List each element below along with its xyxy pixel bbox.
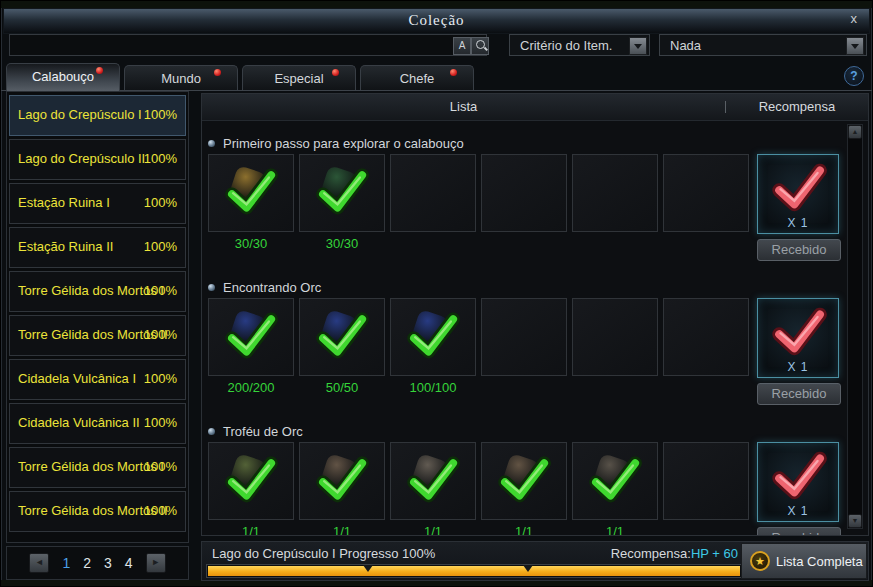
scroll-down-icon[interactable]: ▼ bbox=[848, 514, 862, 528]
collection-slot-filled[interactable] bbox=[299, 298, 385, 376]
sidebar-item[interactable]: Lago do Crepúsculo I100% bbox=[9, 95, 186, 136]
reward-cell: X 1Recebido bbox=[757, 154, 841, 261]
dungeon-name: Lago do Crepúsculo I bbox=[18, 107, 142, 122]
green-check-icon bbox=[314, 164, 370, 224]
reward-cell: X 1Recebido bbox=[757, 298, 841, 405]
sidebar-item[interactable]: Lago do Crepúsculo II100% bbox=[9, 139, 186, 180]
complete-list-button[interactable]: ★ Lista Completa bbox=[741, 543, 867, 579]
slot-cell: 50/50 bbox=[299, 298, 385, 398]
collection-slot-filled[interactable] bbox=[208, 154, 294, 232]
page-number[interactable]: 2 bbox=[83, 555, 91, 571]
slot-count bbox=[481, 236, 567, 254]
reward-column-header: Recompensa bbox=[726, 94, 868, 120]
dungeon-progress-pct: 100% bbox=[144, 195, 177, 210]
search-input[interactable] bbox=[9, 34, 487, 56]
section-title-text: Primeiro passo para explorar o calabouço bbox=[223, 136, 464, 151]
collection-section: Troféu de Orc1/11/11/11/11/1X 1Recebido bbox=[208, 422, 846, 535]
slot-count bbox=[663, 380, 749, 398]
collection-slot-filled[interactable] bbox=[208, 298, 294, 376]
sidebar-item[interactable]: Torre Gélida dos Mortos II100% bbox=[9, 315, 186, 356]
tab-especial[interactable]: Especial bbox=[242, 65, 356, 90]
collection-slot-filled[interactable] bbox=[299, 442, 385, 520]
section-title: Troféu de Orc bbox=[208, 422, 846, 440]
received-button[interactable]: Recebido bbox=[757, 527, 841, 535]
search-button[interactable] bbox=[471, 37, 489, 55]
slot-cell bbox=[481, 154, 567, 254]
dungeon-progress-pct: 100% bbox=[144, 283, 177, 298]
collection-slot-filled[interactable] bbox=[390, 442, 476, 520]
dungeon-list: Lago do Crepúsculo I100%Lago do Crepúscu… bbox=[6, 91, 189, 543]
match-case-button[interactable]: A bbox=[453, 37, 471, 55]
tab-chefe[interactable]: Chefe bbox=[360, 65, 474, 90]
collection-slot-filled[interactable] bbox=[390, 298, 476, 376]
tab-calabouço[interactable]: Calabouço bbox=[6, 63, 120, 91]
dropdown-arrow-icon[interactable] bbox=[629, 37, 647, 55]
reward-slot[interactable]: X 1 bbox=[757, 298, 839, 378]
dungeon-progress-pct: 100% bbox=[144, 459, 177, 474]
slot-cell bbox=[572, 154, 658, 254]
slot-count: 1/1 bbox=[208, 524, 294, 535]
slot-count: 1/1 bbox=[390, 524, 476, 535]
filter-value-dropdown[interactable]: Nada bbox=[659, 34, 867, 56]
section-title-text: Troféu de Orc bbox=[223, 424, 303, 439]
collection-slot-empty bbox=[663, 442, 749, 520]
dungeon-name: Estação Ruina II bbox=[18, 239, 113, 254]
collection-slot-filled[interactable] bbox=[572, 442, 658, 520]
green-check-icon bbox=[587, 452, 643, 512]
collection-slot-filled[interactable] bbox=[299, 154, 385, 232]
slot-count bbox=[663, 236, 749, 254]
collection-slot-filled[interactable] bbox=[208, 442, 294, 520]
received-button[interactable]: Recebido bbox=[757, 383, 841, 405]
sidebar-item[interactable]: Estação Ruina I100% bbox=[9, 183, 186, 224]
list-column-header: Lista bbox=[202, 94, 725, 120]
collection-slot-empty bbox=[663, 298, 749, 376]
tab-label: Mundo bbox=[161, 71, 201, 86]
collection-slot-empty bbox=[481, 298, 567, 376]
tab-label: Especial bbox=[274, 71, 323, 86]
red-check-icon bbox=[770, 159, 828, 221]
dungeon-progress-pct: 100% bbox=[144, 239, 177, 254]
green-check-icon bbox=[223, 452, 279, 512]
sidebar-item[interactable]: Estação Ruina II100% bbox=[9, 227, 186, 268]
sidebar-item[interactable]: Torre Gélida dos Mortos II100% bbox=[9, 491, 186, 532]
sidebar-item[interactable]: Cidadela Vulcânica II100% bbox=[9, 403, 186, 444]
slot-cell bbox=[663, 298, 749, 398]
slot-count bbox=[481, 380, 567, 398]
slot-cell: 30/30 bbox=[208, 154, 294, 254]
page-prev-icon[interactable]: ◄ bbox=[29, 553, 49, 573]
scroll-up-icon[interactable]: ▲ bbox=[848, 125, 862, 139]
slot-count bbox=[663, 524, 749, 535]
green-check-icon bbox=[405, 452, 461, 512]
collection-slot-empty bbox=[481, 154, 567, 232]
close-icon[interactable]: x bbox=[851, 11, 858, 26]
sidebar-item[interactable]: Cidadela Vulcânica I100% bbox=[9, 359, 186, 400]
sidebar-item[interactable]: Torre Gélida dos Mortos I100% bbox=[9, 447, 186, 488]
sidebar-item[interactable]: Torre Gélida dos Mortos I100% bbox=[9, 271, 186, 312]
reward-slot[interactable]: X 1 bbox=[757, 442, 839, 522]
reward-slot[interactable]: X 1 bbox=[757, 154, 839, 234]
page-number[interactable]: 3 bbox=[104, 555, 112, 571]
progress-label: Lago do Crepúsculo I Progresso 100% bbox=[212, 546, 435, 561]
help-button[interactable]: ? bbox=[844, 66, 864, 86]
bullet-icon bbox=[208, 428, 215, 435]
page-next-icon[interactable]: ► bbox=[146, 553, 166, 573]
dropdown-arrow-icon[interactable] bbox=[846, 37, 864, 55]
collection-slot-filled[interactable] bbox=[481, 442, 567, 520]
collection-slot-empty bbox=[572, 298, 658, 376]
item-criterion-dropdown[interactable]: Critério do Item. bbox=[509, 34, 650, 56]
page-number[interactable]: 1 bbox=[62, 555, 70, 571]
slot-cell: 1/1 bbox=[481, 442, 567, 535]
dungeon-name: Lago do Crepúsculo II bbox=[18, 151, 145, 166]
tab-mundo[interactable]: Mundo bbox=[124, 65, 238, 90]
slot-cell: 30/30 bbox=[299, 154, 385, 254]
progress-footer: Lago do Crepúsculo I Progresso 100% Reco… bbox=[201, 541, 869, 581]
slot-cell: 100/100 bbox=[390, 298, 476, 398]
received-button[interactable]: Recebido bbox=[757, 239, 841, 261]
page-number[interactable]: 4 bbox=[125, 555, 133, 571]
dungeon-progress-pct: 100% bbox=[144, 107, 177, 122]
collection-section: Encontrando Orc200/20050/50100/100X 1Rec… bbox=[208, 278, 846, 405]
new-content-dot-icon bbox=[332, 69, 339, 76]
pagination: ◄1234► bbox=[6, 546, 189, 580]
scrollbar[interactable]: ▲ ▼ bbox=[847, 124, 863, 529]
slot-cell bbox=[663, 154, 749, 254]
